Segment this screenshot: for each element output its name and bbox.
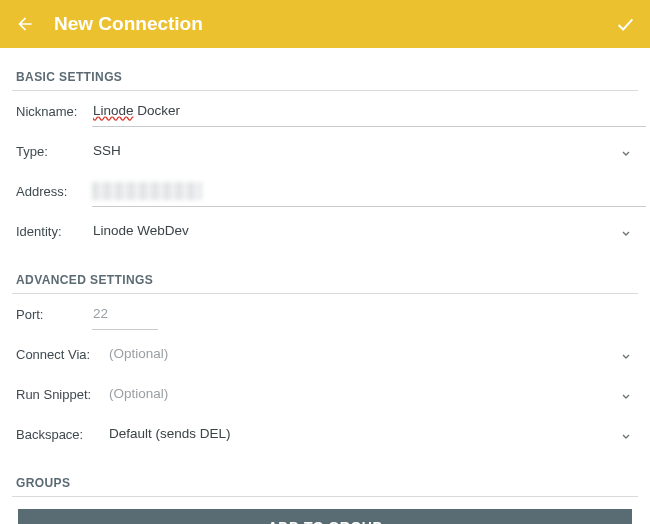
- type-value: SSH: [92, 139, 614, 163]
- address-row: Address:: [12, 171, 638, 211]
- identity-row: Identity: Linode WebDev: [12, 211, 638, 251]
- port-input[interactable]: 22: [92, 300, 634, 328]
- backspace-value: Default (sends DEL): [108, 422, 614, 446]
- address-redacted: [92, 182, 202, 200]
- chevron-down-icon: [620, 145, 632, 157]
- run-snippet-select[interactable]: (Optional): [108, 380, 634, 408]
- port-label: Port:: [16, 307, 92, 322]
- run-snippet-label: Run Snippet:: [16, 387, 108, 402]
- connect-via-row: Connect Via: (Optional): [12, 334, 638, 374]
- identity-label: Identity:: [16, 224, 92, 239]
- section-title-basic: BASIC SETTINGS: [12, 48, 638, 91]
- nickname-value-rest: Docker: [134, 103, 181, 118]
- type-label: Type:: [16, 144, 92, 159]
- chevron-down-icon: [620, 348, 632, 360]
- run-snippet-placeholder: (Optional): [108, 382, 614, 406]
- chevron-down-icon: [620, 388, 632, 400]
- nickname-input[interactable]: Linode Docker: [92, 97, 634, 125]
- connect-via-placeholder: (Optional): [108, 342, 614, 366]
- app-bar: New Connection: [0, 0, 650, 48]
- confirm-button[interactable]: [614, 13, 636, 35]
- type-select[interactable]: SSH: [92, 137, 634, 165]
- nickname-row: Nickname: Linode Docker: [12, 91, 638, 131]
- backspace-select[interactable]: Default (sends DEL): [108, 420, 634, 448]
- run-snippet-row: Run Snippet: (Optional): [12, 374, 638, 414]
- connect-via-label: Connect Via:: [16, 347, 108, 362]
- port-row: Port: 22: [12, 294, 638, 334]
- nickname-value-prefix: Linode: [93, 103, 134, 118]
- type-row: Type: SSH: [12, 131, 638, 171]
- identity-select[interactable]: Linode WebDev: [92, 217, 634, 245]
- chevron-down-icon: [620, 225, 632, 237]
- page-title: New Connection: [54, 13, 614, 35]
- add-to-group-button[interactable]: ADD TO GROUP: [18, 509, 632, 524]
- nickname-label: Nickname:: [16, 104, 92, 119]
- section-title-groups: GROUPS: [12, 454, 638, 497]
- port-placeholder: 22: [92, 302, 634, 326]
- backspace-label: Backspace:: [16, 427, 108, 442]
- address-input[interactable]: [92, 177, 634, 205]
- connect-via-select[interactable]: (Optional): [108, 340, 634, 368]
- chevron-down-icon: [620, 428, 632, 440]
- address-label: Address:: [16, 184, 92, 199]
- check-icon: [614, 13, 636, 35]
- identity-value: Linode WebDev: [92, 219, 614, 243]
- arrow-left-icon: [15, 14, 35, 34]
- section-title-advanced: ADVANCED SETTINGS: [12, 251, 638, 294]
- back-button[interactable]: [14, 13, 36, 35]
- backspace-row: Backspace: Default (sends DEL): [12, 414, 638, 454]
